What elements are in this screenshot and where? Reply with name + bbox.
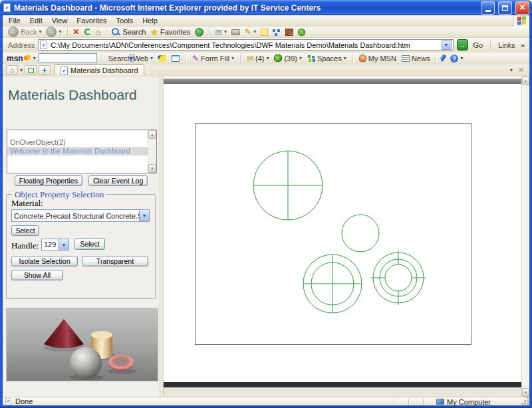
print-button[interactable]: [230, 29, 241, 36]
menu-view[interactable]: View: [47, 16, 72, 25]
home-button[interactable]: ⌂: [94, 27, 102, 37]
scroll-down-icon[interactable]: ▼: [148, 164, 156, 173]
stop-button[interactable]: ✕: [72, 27, 81, 37]
dwf-viewer[interactable]: [164, 76, 521, 397]
links-label[interactable]: Links: [496, 41, 517, 49]
transparent-button[interactable]: Transparent: [82, 256, 148, 266]
spaces-button[interactable]: Spaces ▾: [306, 54, 348, 63]
tab-home-dropdown-icon[interactable]: ▾: [20, 68, 23, 73]
tab-home-button[interactable]: ⌂: [6, 65, 18, 75]
messenger-dropdown-icon[interactable]: ▾: [299, 56, 302, 61]
edit-button[interactable]: ✎ ▾: [243, 27, 257, 37]
hotmail-dropdown-icon[interactable]: ▾: [266, 56, 269, 61]
back-button[interactable]: ← Back ▾: [7, 26, 43, 38]
hotmail-button[interactable]: ✉ (4) ▾: [245, 54, 271, 63]
event-log-item[interactable]: OnOverObject(2): [7, 138, 156, 147]
menu-tools[interactable]: Tools: [112, 16, 138, 25]
forward-button[interactable]: → ▾: [45, 26, 63, 38]
handle-select[interactable]: 129 ▾: [41, 239, 69, 251]
msn-toolbar: msn ▾ ▾ Search Web ▾ ✎ Form Fill ▾ ✉ (4)…: [3, 52, 529, 64]
my-computer-icon: [436, 399, 444, 405]
news-button[interactable]: News: [400, 54, 432, 63]
close-button[interactable]: ✕: [515, 1, 529, 15]
news-icon: [402, 55, 410, 62]
show-all-button[interactable]: Show All: [11, 270, 63, 280]
messenger-button[interactable]: [297, 28, 307, 37]
page-scroll-up-icon[interactable]: ▲: [522, 76, 529, 85]
menu-bar: File Edit View Favorites Tools Help: [3, 15, 529, 27]
messenger-share-button[interactable]: [271, 28, 282, 37]
new-tab-button[interactable]: +: [39, 65, 51, 75]
print-icon: [231, 29, 240, 35]
address-input[interactable]: [49, 41, 439, 50]
highlight-button[interactable]: [157, 54, 168, 62]
page-title: Materials Dashboard: [8, 87, 137, 103]
msn-dropdown-icon[interactable]: ▾: [33, 56, 36, 61]
stop-icon: ✕: [73, 27, 80, 37]
back-dropdown-icon[interactable]: ▾: [39, 29, 41, 35]
research-button[interactable]: [284, 28, 295, 37]
forward-dropdown-icon[interactable]: ▾: [59, 29, 61, 35]
material-select[interactable]: Concrete.Precast Structural Concrete.Smo…: [11, 209, 150, 222]
search-label: Search: [122, 28, 146, 36]
popup-blocker-button[interactable]: [170, 54, 181, 62]
go-button[interactable]: →: [457, 39, 468, 51]
search-web-dropdown-icon[interactable]: ▾: [150, 56, 153, 61]
tab-refresh-button[interactable]: [25, 65, 37, 75]
page-scroll-down-icon[interactable]: ▼: [522, 388, 529, 397]
address-dropdown-icon[interactable]: ▾: [442, 40, 452, 50]
handle-select-button[interactable]: Select: [74, 238, 105, 250]
resize-grip[interactable]: [527, 403, 529, 405]
help-button[interactable]: ? ▾: [449, 54, 464, 63]
event-log-item-selected[interactable]: Welcome to the Materials Dashboard: [7, 147, 156, 155]
hotmail-icon: ✉: [247, 54, 253, 62]
floating-properties-button[interactable]: Floating Properties: [15, 175, 82, 186]
event-log-list[interactable]: OnOverObject(2) Welcome to the Materials…: [7, 130, 157, 173]
window-border-right: [529, 15, 532, 405]
isolate-selection-button[interactable]: Isolate Selection: [11, 256, 78, 266]
favorites-star-icon: ★: [150, 28, 158, 37]
search-web-button[interactable]: Search Web ▾: [107, 54, 154, 63]
page-scrollbar[interactable]: ▲ ▼: [521, 76, 529, 397]
event-log-scrollbar[interactable]: ▲ ▼: [148, 130, 156, 173]
mail-dropdown-icon[interactable]: ▾: [224, 29, 227, 35]
messenger-contacts-button[interactable]: (39) ▾: [273, 54, 303, 63]
tab-list-dropdown-icon[interactable]: ▾: [510, 68, 513, 73]
maximize-button[interactable]: [498, 1, 512, 15]
msn-search-box[interactable]: ▾: [39, 53, 97, 63]
msn-logo[interactable]: msn: [7, 54, 31, 63]
links-chevron-icon[interactable]: »: [521, 41, 525, 49]
minimize-button[interactable]: [481, 1, 495, 15]
discuss-button[interactable]: [259, 28, 269, 37]
drawing-sheet[interactable]: [195, 123, 471, 345]
mail-button[interactable]: ✉ ▾: [213, 27, 228, 37]
spaces-dropdown-icon[interactable]: ▾: [344, 56, 346, 61]
tab-materials-dashboard[interactable]: e Materials Dashboard: [55, 64, 144, 76]
form-fill-button[interactable]: ✎ Form Fill ▾: [191, 54, 235, 63]
tab-close-icon[interactable]: ✕: [518, 66, 524, 74]
maximize-icon: [502, 5, 508, 11]
address-field[interactable]: e ▾: [38, 39, 453, 51]
menu-edit[interactable]: Edit: [25, 16, 47, 25]
go-label[interactable]: Go: [471, 41, 485, 49]
spaces-label: Spaces: [317, 54, 342, 62]
my-msn-label: My MSN: [368, 54, 396, 62]
menu-file[interactable]: File: [4, 16, 25, 25]
favorites-button[interactable]: ★ Favorites: [149, 27, 192, 37]
handle-dropdown-icon[interactable]: ▾: [59, 239, 68, 250]
clear-event-log-button[interactable]: Clear Event Log: [88, 175, 148, 186]
dwf-drawing[interactable]: [196, 124, 471, 344]
material-select-button[interactable]: Select: [11, 225, 39, 236]
form-fill-dropdown-icon[interactable]: ▾: [231, 56, 234, 61]
refresh-button[interactable]: [83, 28, 92, 36]
scroll-up-icon[interactable]: ▲: [148, 130, 156, 139]
menu-favorites[interactable]: Favorites: [72, 16, 111, 25]
search-button[interactable]: Search: [110, 27, 147, 37]
history-button[interactable]: [194, 27, 205, 37]
my-msn-button[interactable]: My MSN: [358, 54, 398, 63]
edit-dropdown-icon[interactable]: ▾: [253, 29, 256, 35]
menu-help[interactable]: Help: [138, 16, 162, 25]
material-dropdown-icon[interactable]: ▾: [139, 210, 149, 221]
help-dropdown-icon[interactable]: ▾: [460, 56, 463, 61]
toolbar-options-button[interactable]: [441, 54, 446, 62]
